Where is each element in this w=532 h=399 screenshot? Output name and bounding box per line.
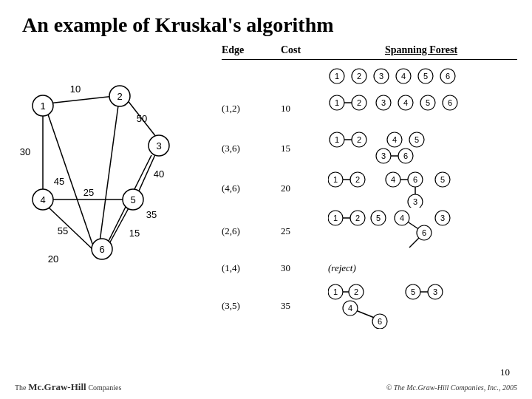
sf-initial: 1 2 3 4 5 6 xyxy=(328,64,476,88)
graph-svg: 10 30 45 50 40 35 15 25 55 20 1 2 3 4 xyxy=(15,44,214,325)
sf-final: 1 2 5 3 4 6 xyxy=(328,283,476,329)
svg-text:5: 5 xyxy=(130,194,135,205)
sf-row1: 1 2 3 4 5 6 xyxy=(328,91,476,126)
initial-sf-row: 1 2 3 4 5 6 xyxy=(222,63,517,89)
svg-text:55: 55 xyxy=(58,225,68,236)
svg-text:5: 5 xyxy=(415,135,419,144)
table-area: Edge Cost Spanning Forest 1 2 3 4 xyxy=(222,44,517,340)
svg-text:6: 6 xyxy=(99,244,104,255)
table-header: Edge Cost Spanning Forest xyxy=(222,44,517,60)
svg-text:5: 5 xyxy=(423,72,428,81)
svg-text:5: 5 xyxy=(440,175,445,184)
svg-text:2: 2 xyxy=(355,175,360,184)
svg-text:35: 35 xyxy=(146,209,157,220)
svg-text:3: 3 xyxy=(433,287,437,296)
footer-logo: The Mc.Graw-Hill Companies xyxy=(15,381,121,393)
svg-text:2: 2 xyxy=(357,72,361,81)
svg-line-0 xyxy=(48,96,115,103)
svg-text:1: 1 xyxy=(335,72,339,81)
svg-line-8 xyxy=(48,207,92,249)
svg-text:3: 3 xyxy=(381,151,386,160)
footer: The Mc.Graw-Hill Companies © The Mc.Graw… xyxy=(0,381,532,393)
svg-text:3: 3 xyxy=(440,214,445,222)
svg-text:6: 6 xyxy=(422,228,426,237)
header-edge: Edge xyxy=(222,44,281,56)
svg-text:1: 1 xyxy=(333,175,338,184)
sf-row2: 1 2 4 5 3 6 xyxy=(328,129,476,168)
page-title: An example of Kruskal's algorithm xyxy=(0,0,532,44)
svg-text:6: 6 xyxy=(446,72,450,81)
header-cost: Cost xyxy=(281,44,325,56)
svg-text:1: 1 xyxy=(333,287,338,296)
row-2-6: (2,6) 25 1 2 5 4 xyxy=(222,209,517,253)
svg-text:50: 50 xyxy=(137,113,147,124)
svg-text:1: 1 xyxy=(333,214,338,222)
svg-text:30: 30 xyxy=(20,146,30,157)
svg-text:6: 6 xyxy=(448,98,452,107)
row-4-6: (4,6) 20 1 2 4 6 xyxy=(222,169,517,208)
svg-text:4: 4 xyxy=(401,72,406,81)
row-3-6: (3,6) 15 1 2 4 5 xyxy=(222,129,517,168)
svg-text:3: 3 xyxy=(156,140,161,151)
svg-text:25: 25 xyxy=(83,187,94,198)
page-number: 10 xyxy=(500,366,510,378)
svg-text:2: 2 xyxy=(117,91,122,102)
svg-text:5: 5 xyxy=(376,214,381,222)
svg-text:5: 5 xyxy=(426,98,430,107)
svg-text:6: 6 xyxy=(403,151,408,160)
svg-text:4: 4 xyxy=(403,98,408,107)
sf-row3: 1 2 4 6 3 5 xyxy=(328,169,476,208)
svg-text:45: 45 xyxy=(54,176,64,187)
svg-line-9 xyxy=(107,207,129,248)
svg-text:5: 5 xyxy=(411,287,415,296)
svg-text:4: 4 xyxy=(392,135,397,144)
svg-text:2: 2 xyxy=(354,287,358,296)
sf-row4: 1 2 5 4 3 6 xyxy=(328,209,476,253)
svg-text:2: 2 xyxy=(355,214,360,222)
svg-text:1: 1 xyxy=(335,135,339,144)
svg-text:4: 4 xyxy=(40,194,45,205)
row-3-5: (3,5) 35 1 2 5 3 xyxy=(222,283,517,329)
svg-text:2: 2 xyxy=(357,135,361,144)
svg-text:15: 15 xyxy=(129,228,140,239)
svg-text:10: 10 xyxy=(70,83,81,95)
header-sf: Spanning Forest xyxy=(325,44,517,56)
svg-text:6: 6 xyxy=(413,175,417,184)
svg-text:40: 40 xyxy=(154,168,164,180)
svg-text:4: 4 xyxy=(391,175,395,184)
row-1-2: (1,2) 10 1 2 3 4 5 xyxy=(222,89,517,128)
svg-text:2: 2 xyxy=(357,98,361,107)
svg-text:1: 1 xyxy=(335,98,339,107)
row-1-4: (1,4) 30 (reject) xyxy=(222,255,517,282)
logo-text: Mc.Graw-Hill xyxy=(28,381,86,392)
svg-text:3: 3 xyxy=(381,98,386,107)
svg-text:3: 3 xyxy=(413,197,417,206)
svg-text:20: 20 xyxy=(48,253,58,265)
main-graph: 10 30 45 50 40 35 15 25 55 20 1 2 3 4 xyxy=(15,44,214,340)
svg-line-4 xyxy=(100,106,118,242)
svg-text:4: 4 xyxy=(400,214,404,222)
svg-text:4: 4 xyxy=(348,304,352,313)
footer-copyright: © The Mc.Graw-Hill Companies, Inc., 2005 xyxy=(386,383,517,392)
svg-text:3: 3 xyxy=(379,72,383,81)
svg-text:1: 1 xyxy=(40,100,45,112)
svg-text:6: 6 xyxy=(378,317,382,326)
